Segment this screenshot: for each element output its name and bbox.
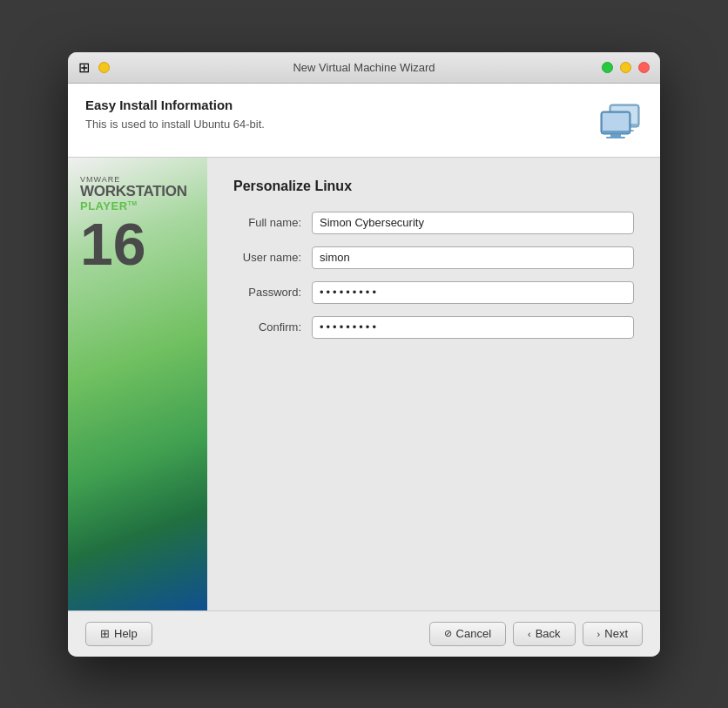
help-icon: ⊞	[100, 627, 110, 640]
computers-icon	[597, 98, 643, 143]
footer-left: ⊞ Help	[85, 622, 152, 646]
traffic-red[interactable]	[638, 62, 650, 73]
section-subtitle: This is used to install Ubuntu 64-bit.	[85, 118, 265, 131]
vmware-label: VMWARE	[80, 175, 195, 184]
svg-rect-5	[603, 113, 629, 131]
version-number: 16	[80, 214, 195, 273]
cancel-icon: ⊘	[444, 628, 452, 639]
section-title: Easy Install Information	[85, 98, 265, 112]
confirm-input[interactable]	[312, 316, 634, 339]
vmware-branding: VMWARE WORKSTATION PLAYERTM 16	[80, 175, 195, 274]
password-row: Password:	[233, 281, 634, 304]
help-button[interactable]: ⊞ Help	[85, 622, 152, 646]
svg-rect-6	[610, 134, 621, 137]
title-bar: ⊞ New Virtual Machine Wizard	[68, 52, 660, 84]
footer-right: ⊘ Cancel ‹ Back › Next	[429, 622, 643, 646]
user-name-input[interactable]	[312, 246, 634, 269]
user-name-label: User name:	[233, 251, 312, 264]
body-section: VMWARE WORKSTATION PLAYERTM 16 Personali…	[68, 158, 660, 610]
personalize-title: Personalize Linux	[233, 179, 634, 194]
full-name-label: Full name:	[233, 216, 312, 229]
password-input[interactable]	[312, 281, 634, 304]
back-arrow-icon: ‹	[528, 629, 531, 639]
workstation-text: WORKSTATION	[80, 184, 195, 200]
window-controls: ⊞	[78, 59, 110, 76]
next-button[interactable]: › Next	[583, 622, 643, 646]
sidebar: VMWARE WORKSTATION PLAYERTM 16	[68, 158, 207, 610]
password-label: Password:	[233, 286, 312, 299]
footer: ⊞ Help ⊘ Cancel ‹ Back › Next	[68, 610, 660, 657]
traffic-yellow[interactable]	[620, 62, 631, 73]
confirm-row: Confirm:	[233, 316, 634, 339]
next-arrow-icon: ›	[597, 629, 601, 639]
confirm-label: Confirm:	[233, 320, 312, 334]
traffic-green[interactable]	[602, 62, 613, 73]
header-section: Easy Install Information This is used to…	[68, 84, 660, 158]
vm-icon: ⊞	[78, 59, 90, 76]
user-name-row: User name:	[233, 246, 634, 269]
full-name-row: Full name:	[233, 212, 634, 234]
wizard-window: ⊞ New Virtual Machine Wizard Easy Instal…	[68, 52, 660, 657]
content-area: Personalize Linux Full name: User name: …	[207, 158, 660, 610]
minimize-button[interactable]	[98, 62, 110, 73]
svg-rect-7	[606, 137, 625, 138]
header-text: Easy Install Information This is used to…	[85, 98, 265, 131]
full-name-input[interactable]	[312, 212, 634, 234]
title-bar-right-controls	[602, 62, 650, 73]
back-button[interactable]: ‹ Back	[513, 622, 576, 646]
window-title: New Virtual Machine Wizard	[293, 61, 435, 74]
cancel-button[interactable]: ⊘ Cancel	[429, 622, 506, 646]
